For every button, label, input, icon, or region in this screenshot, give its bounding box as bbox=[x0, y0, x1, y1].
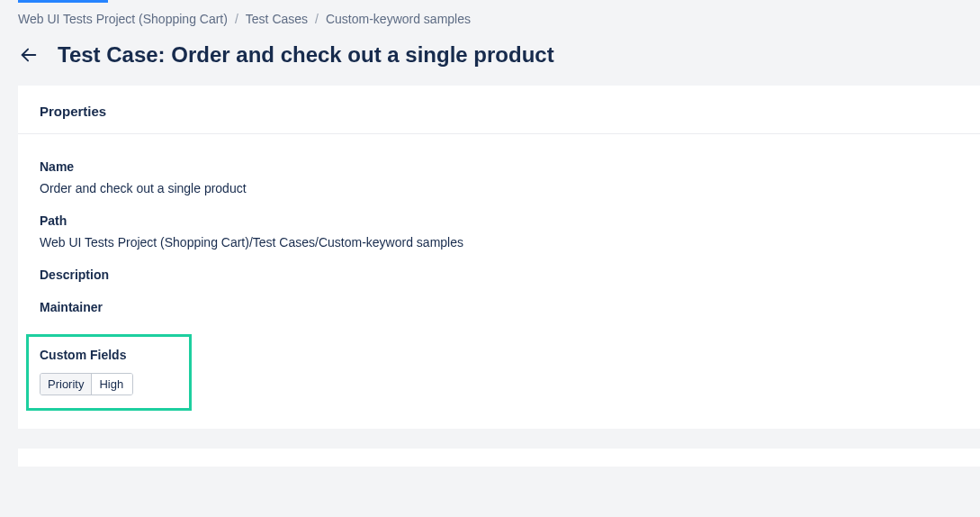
properties-card-body: Name Order and check out a single produc… bbox=[18, 134, 980, 429]
field-maintainer: Maintainer bbox=[40, 300, 958, 314]
title-row: Test Case: Order and check out a single … bbox=[18, 42, 962, 68]
field-description-label: Description bbox=[40, 268, 958, 282]
field-path-value: Web UI Tests Project (Shopping Cart)/Tes… bbox=[40, 235, 958, 249]
breadcrumb-separator: / bbox=[235, 12, 238, 26]
arrow-left-icon bbox=[19, 45, 39, 65]
breadcrumb-item-project[interactable]: Web UI Tests Project (Shopping Cart) bbox=[18, 12, 228, 26]
breadcrumb-item-testcases[interactable]: Test Cases bbox=[246, 12, 308, 26]
page-title: Test Case: Order and check out a single … bbox=[58, 42, 554, 68]
breadcrumb-separator: / bbox=[315, 12, 319, 26]
back-button[interactable] bbox=[18, 44, 40, 66]
properties-section-title: Properties bbox=[40, 104, 958, 119]
next-section-card bbox=[18, 449, 980, 467]
header-area: Web UI Tests Project (Shopping Cart) / T… bbox=[0, 3, 980, 86]
field-name: Name Order and check out a single produc… bbox=[40, 159, 958, 195]
field-name-label: Name bbox=[40, 159, 958, 174]
field-description: Description bbox=[40, 268, 958, 282]
properties-card: Properties Name Order and check out a si… bbox=[18, 86, 980, 429]
field-maintainer-label: Maintainer bbox=[40, 300, 958, 314]
card-spacer bbox=[0, 429, 980, 449]
custom-field-value: High bbox=[92, 374, 132, 395]
breadcrumb-item-current[interactable]: Custom-keyword samples bbox=[326, 12, 471, 26]
breadcrumb: Web UI Tests Project (Shopping Cart) / T… bbox=[18, 12, 962, 26]
properties-card-header: Properties bbox=[18, 86, 980, 134]
custom-field-chip[interactable]: Priority High bbox=[40, 373, 133, 395]
field-path-label: Path bbox=[40, 213, 958, 228]
custom-field-key: Priority bbox=[40, 374, 92, 395]
custom-fields-highlight: Custom Fields Priority High bbox=[26, 334, 192, 411]
field-path: Path Web UI Tests Project (Shopping Cart… bbox=[40, 213, 958, 249]
field-custom-fields-label: Custom Fields bbox=[40, 348, 178, 362]
field-name-value: Order and check out a single product bbox=[40, 181, 958, 195]
